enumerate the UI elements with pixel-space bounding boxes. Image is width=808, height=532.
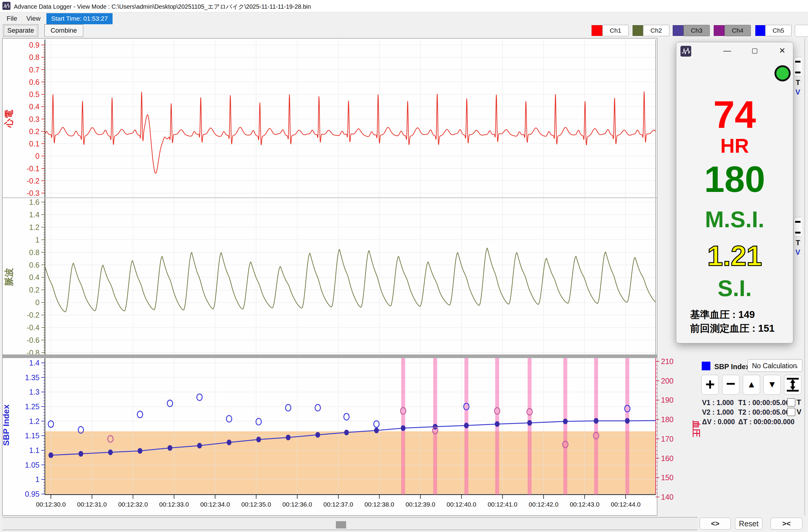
measurement-bar [564,358,567,495]
calculation-dropdown[interactable]: No Calculation ⌄ [748,359,802,372]
t2-readout: T2 : 00:00:05.000 [738,408,793,417]
recording-indicator-icon [774,65,791,81]
sbp-trend-dot [344,429,349,435]
zoom-in-button[interactable]: + [701,375,719,395]
v1-readout: V1 : 1.000 [702,399,734,407]
svg-text:-0.3: -0.3 [26,189,39,197]
plus-icon: + [702,375,718,393]
sbp-trend-dot [563,419,568,424]
sbp-trend-dot [433,424,438,429]
legend-swatch-ch4 [714,25,724,36]
svg-text:170: 170 [661,435,674,443]
msi-value: 180 [676,158,793,200]
svg-text:0.4: 0.4 [29,103,39,111]
svg-text:00:12:43.0: 00:12:43.0 [570,501,599,508]
corner-partial-button[interactable] [795,25,808,37]
menu-item-view[interactable]: View [23,14,43,23]
svg-text:00:12:32.0: 00:12:32.0 [118,501,148,508]
ch2-checkbox-v-label: V [795,248,800,257]
combine-button[interactable]: Combine [44,24,83,37]
svg-text:1.05: 1.05 [25,461,39,469]
svg-text:心電: 心電 [4,110,14,128]
svg-text:00:12:38.0: 00:12:38.0 [364,501,394,508]
triangle-down-icon: ▼ [764,375,781,394]
sbp-right-axis: 210200190180170160150140 [656,357,674,501]
reset-button[interactable]: Reset [735,518,763,530]
menu-item-file[interactable]: File [4,14,20,23]
svg-text:00:12:30.0: 00:12:30.0 [36,501,66,508]
svg-text:180: 180 [661,415,674,424]
checkbox-t[interactable] [787,398,795,407]
sbp-trend-dot [138,448,143,454]
svg-text:0.6: 0.6 [29,78,39,86]
start-time-chip[interactable]: Start Time: 01:53:27 [47,13,113,24]
horizontal-scrollbar-handle[interactable] [336,521,346,528]
measurement-bar [594,358,598,495]
shift-down-button[interactable]: ▼ [764,375,781,395]
sbp-trend-dot [315,432,320,438]
ch2-fit-icon-top-bar [795,221,801,223]
svg-text:1.4: 1.4 [29,210,39,219]
svg-text:0.95: 0.95 [25,490,39,498]
sbp-trend-dot [625,418,629,424]
legend-button-ch3[interactable]: Ch3 [683,25,710,36]
maximize-button[interactable]: ▢ [748,44,761,57]
svg-text:0.4: 0.4 [29,273,39,281]
dv-readout: ΔV : 0.000 [702,418,735,426]
sbp-trend-dot [374,427,379,433]
legend-button-ch5[interactable]: Ch5 [765,25,792,36]
zoom-out-button[interactable]: − [722,375,739,395]
sbp-trend-dot [594,418,599,424]
legend-swatch-ch2 [632,25,643,36]
sbp-series-swatch [702,362,711,370]
svg-text:0.8: 0.8 [29,53,39,61]
svg-text:200: 200 [661,377,674,385]
svg-text:1.25: 1.25 [25,402,39,411]
minus-icon: − [722,375,739,392]
app-icon [2,2,11,10]
shrink-range-button[interactable]: >< [771,518,802,530]
ch1-fit-icon-bottom-bar [795,72,801,73]
ch1-fit-button-sliver[interactable] [793,57,802,77]
hr-label: HR [676,134,793,157]
t1-readout: T1 : 00:00:05.000 [738,399,793,407]
si-label: S.I. [676,275,793,301]
svg-text:0: 0 [35,298,39,307]
ch2-fit-button-sliver[interactable] [793,217,802,237]
svg-text:1.2: 1.2 [29,417,39,425]
minimize-button[interactable]: — [721,44,734,57]
baseline-bp-readout: 基準血圧 : 149 [690,308,755,322]
legend-button-ch4[interactable]: Ch4 [724,25,751,36]
checkbox-v[interactable] [787,408,795,416]
measurement-bar [528,358,532,495]
legend-button-ch2[interactable]: Ch2 [643,25,669,36]
fit-vertical-button[interactable] [784,375,802,395]
svg-text:1: 1 [35,236,39,244]
shift-up-button[interactable]: ▲ [743,375,760,395]
svg-text:1.4: 1.4 [29,359,39,367]
svg-text:00:12:35.0: 00:12:35.0 [241,501,271,508]
sbp-trend-dot [495,421,500,427]
svg-text:00:12:36.0: 00:12:36.0 [282,501,312,508]
svg-text:1.35: 1.35 [25,373,39,382]
calculation-dropdown-value: No Calculation [752,362,797,370]
measurement-overlay-window[interactable]: — ▢ ✕ 74 HR 180 M.S.I. 1.21 S.I. 基準血圧 : … [676,42,793,343]
svg-text:00:12:39.0: 00:12:39.0 [406,501,435,508]
svg-text:150: 150 [661,473,674,482]
legend-button-ch1[interactable]: Ch1 [602,25,629,36]
horizontal-scrollbar[interactable] [2,517,698,530]
svg-text:1.15: 1.15 [25,432,39,440]
dt-readout: ΔT : 00:00:00.000 [738,418,794,426]
fit-vertical-icon [784,375,801,394]
separate-button[interactable]: Separate [3,24,38,37]
svg-text:0.6: 0.6 [29,261,39,269]
svg-text:00:12:33.0: 00:12:33.0 [159,501,189,508]
v2-readout: V2 : 1.000 [702,408,734,417]
window-title: Advance Data Logger - View Mode : C:\Use… [14,3,311,11]
sbp-trend-dot [197,443,202,448]
svg-text:00:12:44.0: 00:12:44.0 [611,501,640,508]
sbp-trend-dot [401,425,406,431]
svg-text:1.6: 1.6 [29,198,39,206]
expand-range-button[interactable]: <> [700,518,731,530]
close-button[interactable]: ✕ [776,44,789,57]
